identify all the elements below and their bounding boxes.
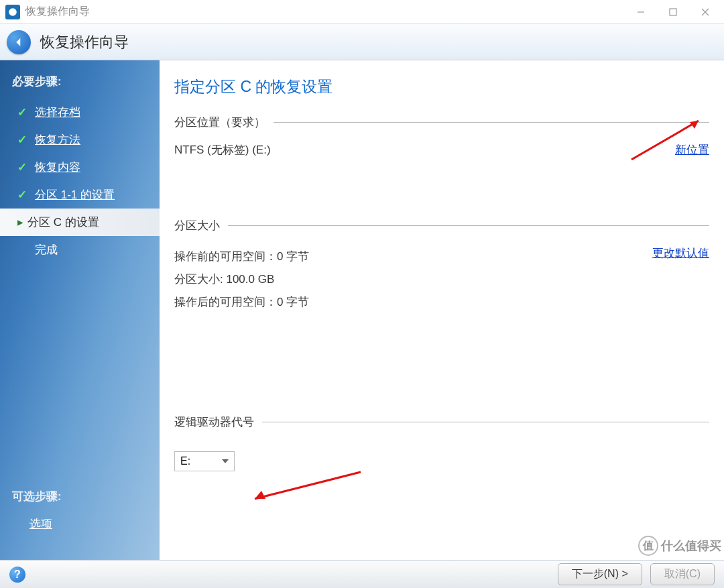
step-finish: 完成 — [0, 236, 160, 263]
check-icon: ✓ — [17, 133, 28, 147]
watermark: 值 什么值得买 — [638, 536, 721, 556]
window-title: 恢复操作向导 — [25, 5, 625, 19]
app-icon — [5, 5, 20, 19]
optional-item-options[interactable]: 选项 — [0, 511, 160, 537]
chevron-down-icon — [222, 459, 229, 463]
next-button[interactable]: 下一步(N) > — [558, 563, 642, 585]
check-icon: ✓ — [17, 160, 28, 174]
titlebar: 恢复操作向导 — [0, 0, 724, 24]
drive-letter-combo[interactable]: E: — [174, 451, 235, 471]
watermark-icon: 值 — [638, 536, 658, 556]
arrow-right-icon: ▸ — [17, 215, 23, 229]
content-area: 指定分区 C 的恢复设置 分区位置（要求） NTFS (无标签) (E:) 新位… — [160, 60, 724, 560]
cancel-button[interactable]: 取消(C) — [650, 563, 715, 585]
check-icon: ✓ — [17, 105, 28, 119]
size-section-label: 分区大小 — [174, 218, 709, 233]
space-before: 操作前的可用空间：0 字节 — [174, 245, 309, 268]
new-location-link[interactable]: 新位置 — [675, 142, 709, 158]
svg-line-7 — [255, 472, 361, 499]
step-partition-c[interactable]: ▸ 分区 C 的设置 — [0, 209, 160, 236]
help-icon[interactable]: ? — [9, 567, 25, 583]
check-icon: ✓ — [17, 188, 28, 202]
location-section-label: 分区位置（要求） — [174, 115, 709, 130]
drive-letter-value: E: — [180, 455, 190, 467]
step-select-archive[interactable]: ✓ 选择存档 — [0, 99, 160, 126]
location-value: NTFS (无标签) (E:) — [174, 142, 271, 158]
header-title: 恢复操作向导 — [40, 32, 129, 52]
optional-steps-title: 可选步骤: — [0, 485, 160, 511]
maximize-button[interactable] — [657, 0, 689, 24]
partition-size: 分区大小: 100.0 GB — [174, 268, 309, 291]
annotation-arrow-icon — [240, 465, 367, 506]
page-title: 指定分区 C 的恢复设置 — [174, 76, 709, 97]
step-recovery-content[interactable]: ✓ 恢复内容 — [0, 154, 160, 181]
change-default-link[interactable]: 更改默认值 — [652, 245, 709, 261]
svg-marker-8 — [255, 491, 265, 499]
drive-letter-section-label: 逻辑驱动器代号 — [174, 414, 709, 430]
required-steps-title: 必要步骤: — [0, 70, 160, 99]
close-button[interactable] — [689, 0, 721, 24]
step-recovery-method[interactable]: ✓ 恢复方法 — [0, 126, 160, 154]
minimize-button[interactable] — [625, 0, 657, 24]
footer: ? 下一步(N) > 取消(C) — [0, 560, 724, 588]
svg-point-0 — [9, 8, 17, 16]
svg-rect-2 — [670, 9, 676, 15]
sidebar: 必要步骤: ✓ 选择存档 ✓ 恢复方法 ✓ 恢复内容 ✓ 分区 1-1 的设置 … — [0, 60, 160, 560]
space-after: 操作后的可用空间：0 字节 — [174, 291, 309, 314]
step-partition-1-1[interactable]: ✓ 分区 1-1 的设置 — [0, 181, 160, 209]
back-button[interactable] — [7, 30, 31, 54]
header: 恢复操作向导 — [0, 24, 724, 60]
